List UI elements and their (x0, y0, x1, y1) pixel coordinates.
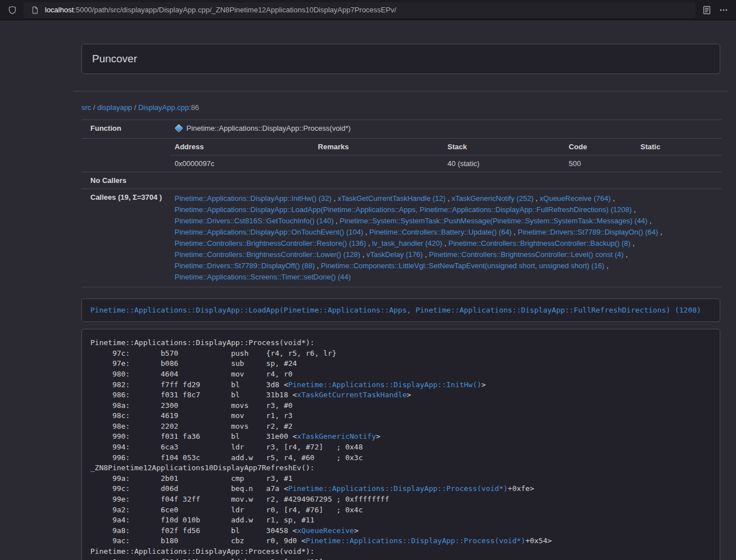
no-callers-cell (170, 172, 721, 189)
code-text: 99a: 2b01 cmp r3, #1 (90, 474, 292, 483)
callee-link[interactable]: Pinetime::Applications::DisplayApp::Init… (175, 194, 332, 203)
code-symbol-link[interactable]: xTaskGenericNotify (297, 432, 376, 440)
code-text: 9a4: f10d 010b add.w r1, sp, #11 (90, 516, 314, 524)
callee-link[interactable]: xQueueReceive (764) (540, 194, 610, 203)
selected-symbol-panel: Pinetime::Applications::DisplayApp::Load… (81, 299, 720, 322)
breadcrumb: src / displayapp / DisplayApp.cpp:86 (81, 103, 720, 112)
callee-separator: , (624, 250, 628, 259)
stats-cell: Address Remarks Stack Code Static 0x0000… (170, 139, 721, 172)
callee-link[interactable]: Pinetime::Controllers::BrightnessControl… (429, 250, 624, 259)
callee-link[interactable]: Pinetime::Applications::DisplayApp::Load… (175, 205, 632, 214)
code-text: 9ac: b180 cbz r0, 9d0 < (90, 536, 306, 545)
breadcrumb-link-displayapp[interactable]: displayapp (97, 103, 132, 112)
callee-link[interactable]: Pinetime::Controllers::BrightnessControl… (175, 250, 360, 259)
no-callers-label: No Callers (81, 172, 170, 189)
breadcrumb-separator: / (132, 103, 138, 112)
code-text: > (376, 432, 381, 440)
code-text: 99e: f04f 32ff mov.w r2, #4294967295 ; 0… (90, 495, 389, 503)
cell-address: 0x0000097c (170, 155, 313, 172)
callee-link[interactable]: Pinetime::Components::LittleVgl::SetNewT… (321, 261, 605, 270)
col-static: Static (636, 139, 721, 155)
code-symbol-link[interactable]: Pinetime::Applications::DisplayApp::Init… (288, 380, 481, 389)
callee-link[interactable]: Pinetime::Drivers::St7789::DisplayOn() (… (518, 228, 658, 236)
code-text: 980: 4604 mov r4, r0 (90, 370, 292, 378)
tracking-protection-shield-icon[interactable] (7, 4, 18, 16)
callee-separator: , (446, 194, 452, 203)
breadcrumb-separator: / (91, 103, 97, 112)
disassembly: Pinetime::Applications::DisplayApp::Proc… (90, 338, 711, 560)
breadcrumb-link-src[interactable]: src (81, 103, 91, 112)
reader-view-icon[interactable] (701, 4, 712, 16)
code-text: 982: f7ff fd29 bl 3d8 < (90, 380, 288, 389)
callee-link[interactable]: xTaskGetCurrentTaskHandle (12) (337, 194, 445, 203)
callee-link[interactable]: vTaskDelay (176) (367, 250, 423, 259)
col-code: Code (564, 139, 636, 155)
callee-separator: , (632, 205, 636, 214)
breadcrumb-link-file[interactable]: DisplayApp.cpp (138, 103, 189, 112)
function-table: Function Pinetime::Applications::Display… (81, 120, 721, 287)
url-text: localhost:5000/path/src/displayapp/Displ… (45, 6, 396, 14)
url-bar[interactable]: localhost:5000/path/src/displayapp/Displ… (24, 2, 696, 18)
code-symbol-link[interactable]: xTaskGetCurrentTaskHandle (297, 391, 407, 399)
more-menu-icon[interactable] (718, 4, 729, 16)
function-name-cell: Pinetime::Applications::DisplayApp::Proc… (170, 120, 721, 139)
browser-toolbar: localhost:5000/path/src/displayapp/Displ… (0, 0, 736, 20)
code-text: 990: f031 fa36 bl 31e00 < (90, 432, 297, 440)
stats-row-label (81, 139, 170, 172)
app-header-panel: Puncover (81, 44, 720, 74)
code-text: 986: f031 f8c7 bl 31b18 < (90, 391, 297, 399)
code-text: > (407, 391, 412, 399)
callee-separator: , (332, 194, 338, 203)
code-text: _ZN8Pinetime12Applications10DisplayApp7R… (90, 463, 314, 472)
callee-link[interactable]: Pinetime::Controllers::BrightnessControl… (175, 239, 366, 247)
code-text: +0xfe> (508, 484, 534, 493)
callee-separator: , (333, 217, 340, 225)
selected-symbol-link[interactable]: Pinetime::Applications::DisplayApp::Load… (90, 306, 701, 314)
url-path: :5000/path/src/displayapp/DisplayApp.cpp… (74, 6, 396, 14)
callee-separator: , (360, 250, 367, 259)
callee-separator: , (363, 228, 369, 236)
callee-link[interactable]: lv_task_handler (420) (372, 239, 442, 247)
callee-link[interactable]: Pinetime::Drivers::St7789::DisplayOff() … (175, 261, 315, 270)
callee-link[interactable]: Pinetime::Controllers::Battery::Update()… (369, 228, 512, 236)
code-text: 97e: b086 sub sp, #24 (90, 359, 297, 368)
url-host: localhost (45, 6, 74, 14)
callee-separator: , (658, 228, 662, 236)
callee-link[interactable]: Pinetime::Controllers::BrightnessControl… (449, 239, 630, 247)
cell-code: 500 (564, 155, 636, 172)
code-text: 9a2: 6ce0 ldr r0, [r4, #76] ; 0x4c (90, 506, 363, 514)
col-remarks: Remarks (313, 139, 443, 155)
code-text: Pinetime::Applications::DisplayApp::Proc… (90, 547, 314, 556)
stats-row: Address Remarks Stack Code Static 0x0000… (81, 139, 721, 172)
function-name: Pinetime::Applications::DisplayApp::Proc… (186, 124, 351, 132)
callee-link[interactable]: Pinetime::Applications::Screens::Timer::… (175, 273, 351, 281)
function-row: Function Pinetime::Applications::Display… (81, 120, 721, 139)
callee-link[interactable]: Pinetime::Applications::DisplayApp::OnTo… (175, 228, 363, 236)
code-text: > (354, 526, 359, 535)
page-info-icon[interactable] (29, 4, 40, 16)
code-text: > (482, 380, 486, 389)
code-symbol-link[interactable]: Pinetime::Applications::DisplayApp::Proc… (288, 484, 508, 493)
disassembly-panel: Pinetime::Applications::DisplayApp::Proc… (81, 329, 720, 560)
callee-separator: , (611, 194, 615, 203)
col-stack: Stack (443, 139, 564, 155)
code-symbol-link[interactable]: xQueueReceive (297, 526, 354, 535)
callee-link[interactable]: Pinetime::Drivers::Cst816S::GetTouchInfo… (175, 217, 333, 225)
callee-link[interactable]: xTaskGenericNotify (252) (452, 194, 534, 203)
callees-label: Callees (19, Σ=3704 ) (81, 189, 170, 287)
callee-separator: , (533, 194, 540, 203)
stats-table: Address Remarks Stack Code Static 0x0000… (170, 139, 721, 172)
stats-header-row: Address Remarks Stack Code Static (170, 139, 721, 155)
callee-separator: , (630, 239, 634, 247)
callees-list: Pinetime::Applications::DisplayApp::Init… (170, 189, 721, 287)
app-title: Puncover (92, 53, 710, 65)
stats-value-row: 0x0000097c 40 (static) 500 (170, 155, 721, 172)
callee-separator: , (423, 250, 429, 259)
code-symbol-link[interactable]: Pinetime::Applications::DisplayApp::Proc… (306, 536, 525, 545)
callee-link[interactable]: Pinetime::System::SystemTask::PushMessag… (340, 217, 647, 225)
function-label: Function (81, 120, 170, 139)
code-text: 98a: 2300 movs r3, #0 (90, 401, 292, 410)
cell-remarks (313, 155, 443, 172)
function-icon (175, 124, 183, 134)
code-text: +0x54> (525, 536, 552, 545)
